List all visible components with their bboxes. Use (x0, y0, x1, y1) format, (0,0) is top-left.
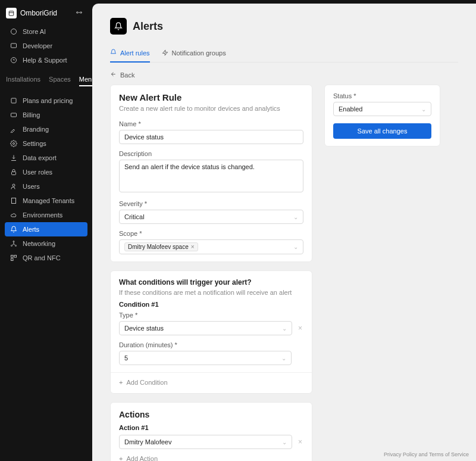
store-ai-icon (10, 28, 18, 35)
subtab-installations[interactable]: Installations (6, 76, 40, 86)
svg-point-13 (15, 245, 17, 247)
sidebar-item-billing[interactable]: Billing (2, 108, 90, 122)
alerts-page-icon (110, 18, 127, 35)
condition-1-heading: Condition #1 (119, 301, 303, 308)
nav-developer[interactable]: Developer (2, 39, 90, 53)
chevron-down-icon: ⌄ (293, 214, 298, 220)
sidebar-item-environments[interactable]: Environments (2, 208, 90, 222)
sidebar-item-data-export[interactable]: Data export (2, 151, 90, 165)
name-label: Name * (119, 120, 303, 127)
sidebar-item-alerts[interactable]: Alerts (5, 222, 87, 236)
brand-name: OmboriGrid (20, 9, 57, 17)
form-title: New Alert Rule (119, 92, 303, 102)
add-condition-button[interactable]: + Add Condition (119, 379, 303, 386)
chevron-down-icon: ⌄ (421, 106, 426, 113)
scope-chip: Dmitry Malofeev space × (124, 242, 198, 251)
status-select[interactable]: Enabled ⌄ (333, 102, 431, 116)
svg-point-9 (12, 184, 15, 186)
arrow-left-icon (110, 71, 117, 79)
svg-rect-14 (11, 256, 14, 258)
svg-rect-8 (12, 172, 16, 175)
brand-icon (6, 8, 17, 18)
svg-rect-0 (9, 11, 14, 16)
page-title: Alerts (133, 20, 163, 33)
condition-type-select[interactable]: Device status ⌄ (119, 321, 292, 335)
sidebar-item-plans[interactable]: Plans and pricing (2, 94, 90, 108)
network-icon (10, 240, 18, 247)
tabs: Alert rules Notification groups (110, 45, 458, 63)
alert-rules-icon (110, 49, 117, 57)
svg-point-7 (13, 143, 15, 145)
nav-store-ai[interactable]: Store AI (2, 24, 90, 39)
svg-rect-10 (12, 198, 16, 204)
nav-label: Store AI (23, 28, 46, 35)
type-label: Type * (119, 312, 303, 319)
severity-select[interactable]: Critical ⌄ (119, 210, 303, 224)
scope-select[interactable]: Dmitry Malofeev space × ⌄ (119, 239, 303, 254)
action-1-heading: Action #1 (119, 424, 303, 431)
svg-rect-6 (11, 113, 17, 117)
svg-point-11 (13, 241, 14, 242)
users-icon (10, 183, 18, 190)
qr-icon (10, 254, 18, 261)
download-icon (10, 154, 18, 161)
scope-label: Scope * (119, 230, 303, 237)
plus-icon: + (119, 379, 123, 386)
developer-icon (10, 42, 18, 49)
card-conditions: What conditions will trigger your alert?… (110, 270, 312, 394)
tab-notification-groups[interactable]: Notification groups (162, 45, 226, 62)
subtab-spaces[interactable]: Spaces (49, 76, 71, 86)
back-link[interactable]: Back (110, 63, 458, 85)
bell-icon (10, 226, 18, 233)
name-input[interactable] (119, 130, 303, 144)
building-icon (10, 197, 18, 204)
nav-label: Developer (23, 42, 52, 49)
sidebar-item-qr-nfc[interactable]: QR and NFC (2, 251, 90, 265)
svg-rect-5 (11, 98, 16, 103)
add-action-button[interactable]: + Add Action (119, 455, 303, 461)
conditions-subtitle: If these conditions are met a notificati… (119, 289, 303, 296)
nav-help[interactable]: Help & Support (2, 53, 90, 67)
tab-alert-rules[interactable]: Alert rules (110, 45, 150, 63)
action-select[interactable]: Dmitry Malofeev ⌄ (119, 435, 292, 449)
desc-textarea[interactable]: Send an alert if the device status is ch… (119, 160, 303, 192)
form-subtitle: Create a new alert rule to monitor devic… (119, 105, 303, 112)
card-actions: Actions Action #1 Dmitry Malofeev ⌄ × (110, 402, 312, 461)
sidebar-item-branding[interactable]: Branding (2, 122, 90, 136)
sidebar-item-users[interactable]: Users (2, 179, 90, 194)
save-button[interactable]: Save all changes (333, 123, 431, 139)
duration-label: Duration (minutes) * (119, 341, 303, 348)
chevron-down-icon: ⌄ (293, 244, 298, 250)
chevron-down-icon: ⌄ (282, 325, 287, 332)
desc-label: Description (119, 150, 303, 157)
plans-icon (10, 97, 18, 104)
card-basic-info: New Alert Rule Create a new alert rule t… (110, 85, 312, 262)
tos-link[interactable]: Terms of Service (429, 451, 469, 457)
duration-select[interactable]: 5 ⌄ (119, 351, 292, 365)
svg-point-2 (11, 29, 17, 35)
sidebar-item-settings[interactable]: Settings (2, 136, 90, 151)
settings-icon (10, 140, 18, 147)
remove-action-icon[interactable]: × (297, 438, 303, 446)
footer-links: Privacy Policy and Terms of Service (384, 451, 469, 457)
plus-icon: + (119, 455, 123, 461)
brand-header: OmboriGrid (0, 5, 92, 24)
severity-label: Severity * (119, 200, 303, 207)
billing-icon (10, 111, 18, 119)
sidebar-item-networking[interactable]: Networking (2, 236, 90, 251)
nav-label: Help & Support (23, 57, 67, 64)
sidebar-item-user-roles[interactable]: User roles (2, 165, 90, 179)
swap-icon[interactable] (76, 9, 86, 18)
actions-title: Actions (119, 410, 303, 419)
card-status: Status * Enabled ⌄ Save all changes (324, 85, 440, 147)
sidebar-subtabs: Installations Spaces Menu (0, 70, 92, 90)
chevron-down-icon: ⌄ (282, 439, 287, 446)
branding-icon (10, 126, 18, 133)
chip-remove-icon[interactable]: × (191, 244, 195, 250)
svg-rect-16 (11, 258, 14, 261)
sidebar-item-tenants[interactable]: Managed Tenants (2, 194, 90, 208)
status-label: Status * (333, 92, 431, 99)
notification-groups-icon (162, 49, 168, 57)
privacy-link[interactable]: Privacy Policy (384, 451, 417, 457)
remove-condition-icon[interactable]: × (297, 324, 303, 332)
